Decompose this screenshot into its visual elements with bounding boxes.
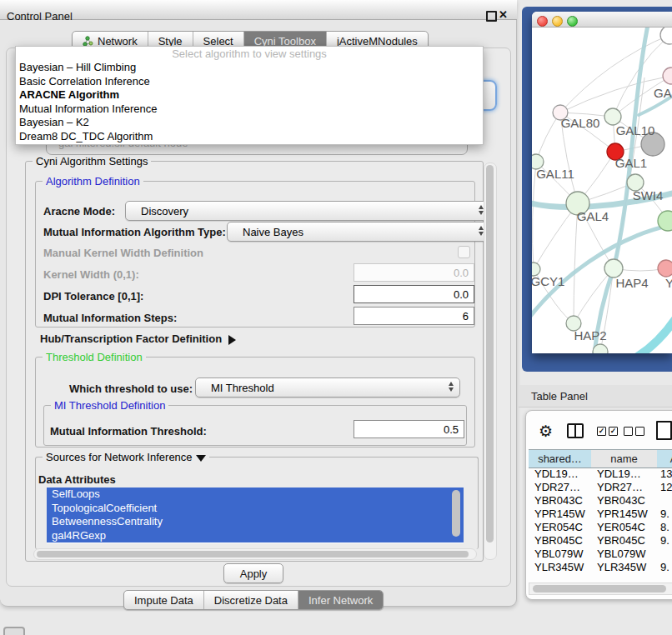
expanded-arrow-icon bbox=[196, 455, 206, 462]
network-node-gal10[interactable] bbox=[604, 108, 621, 125]
node-label-gal80: GAL80 bbox=[561, 116, 600, 130]
dpi-tolerance-field[interactable]: 0.0 bbox=[354, 285, 474, 303]
table-row[interactable]: YDL19…YDL19…13 bbox=[529, 468, 672, 481]
table-row[interactable]: YDR27…YDR27…12 bbox=[529, 481, 672, 494]
network-icon bbox=[83, 36, 93, 47]
node-label-gal4: GAL4 bbox=[577, 209, 609, 223]
mi-threshold-value: 0.5 bbox=[444, 423, 459, 436]
settings-horizontal-scrollbar-thumb[interactable] bbox=[37, 551, 469, 558]
close-panel-icon[interactable]: ✕ bbox=[499, 8, 508, 21]
table-cell: YIL052C bbox=[534, 574, 577, 576]
network-node-hap4[interactable] bbox=[604, 259, 623, 278]
control-panel-titlebar bbox=[0, 0, 517, 20]
zoom-window-icon[interactable] bbox=[567, 16, 578, 27]
unchecked-checkbox-icon[interactable] bbox=[635, 427, 644, 436]
table-row[interactable]: YPR145WYPR145W9. bbox=[529, 508, 672, 521]
table-cell: YBR045C bbox=[597, 534, 645, 547]
column-header-shared[interactable]: shared… bbox=[529, 449, 592, 468]
dropdown-item-dream8-dc-tdc-algorithm[interactable]: Dream8 DC_TDC Algorithm bbox=[16, 130, 483, 144]
mi-type-combo[interactable]: Naive Bayes bbox=[227, 222, 490, 242]
aracne-mode-combo[interactable]: Discovery bbox=[125, 201, 490, 221]
node-label-gcy1: GCY1 bbox=[532, 274, 564, 288]
table-horizontal-scrollbar[interactable] bbox=[529, 582, 672, 595]
apply-button[interactable]: Apply bbox=[223, 563, 283, 583]
which-threshold-combo[interactable]: MI Threshold bbox=[195, 378, 460, 398]
document-icon[interactable] bbox=[656, 421, 672, 440]
table-row[interactable]: YBR045CYBR045C9. bbox=[529, 534, 672, 548]
mi-type-label: Mutual Information Algorithm Type: bbox=[43, 226, 226, 238]
attribute-item-selfloops[interactable]: SelfLoops bbox=[47, 488, 464, 502]
mi-steps-field[interactable]: 6 bbox=[354, 307, 474, 325]
tab-impute-data[interactable]: Impute Data bbox=[124, 591, 203, 609]
sources-legend-text: Sources for Network Inference bbox=[46, 451, 193, 463]
combo-stepper-icon bbox=[449, 382, 454, 392]
node-label-swi4: SWI4 bbox=[633, 188, 664, 202]
attributes-list-scrollbar[interactable] bbox=[452, 490, 460, 537]
algorithm-dropdown-items: Bayesian – Hill ClimbingBasic Correlatio… bbox=[16, 61, 483, 144]
table-cell: YLR345W bbox=[534, 561, 584, 573]
control-panel-title: Control Panel bbox=[7, 10, 73, 22]
checked-checkbox-icon[interactable]: ✓ bbox=[597, 427, 606, 436]
table-row[interactable]: YBL079WYBL079W bbox=[529, 548, 672, 561]
table-cell: 13 bbox=[660, 468, 672, 480]
node-label-gal: GAL bbox=[654, 86, 672, 100]
tab-infer-network[interactable]: Infer Network bbox=[298, 591, 383, 609]
table-cell: 9. bbox=[660, 561, 669, 573]
table-cell: YBR043C bbox=[534, 494, 583, 507]
table-cell: YER054C bbox=[597, 521, 645, 533]
table-horizontal-scrollbar-thumb[interactable] bbox=[533, 585, 666, 592]
table-row[interactable]: YER054CYER054C8. bbox=[529, 521, 672, 534]
bottom-tabs: Impute DataDiscretize DataInfer Network bbox=[123, 590, 384, 610]
tab-discretize-data[interactable]: Discretize Data bbox=[203, 591, 298, 609]
node-label-gal11: GAL11 bbox=[536, 167, 574, 181]
table-cell: YDR27… bbox=[597, 481, 643, 493]
dpi-tolerance-label: DPI Tolerance [0,1]: bbox=[43, 290, 143, 302]
split-columns-icon[interactable] bbox=[567, 423, 584, 438]
node-label-y: Y bbox=[665, 276, 672, 290]
attribute-item-gal4rgexp[interactable]: gal4RGexp bbox=[47, 529, 464, 543]
float-panel-icon[interactable] bbox=[486, 11, 497, 22]
checked-checkbox-icon[interactable]: ✓ bbox=[609, 427, 618, 436]
unchecked-checkbox-icon[interactable] bbox=[624, 427, 633, 436]
dropdown-item-mutual-information-inference[interactable]: Mutual Information Inference bbox=[16, 102, 483, 117]
dropdown-item-bayesian-k2[interactable]: Bayesian – K2 bbox=[16, 116, 483, 130]
minimize-window-icon[interactable] bbox=[552, 16, 563, 27]
node-label-hap4: HAP4 bbox=[615, 276, 648, 290]
dropdown-item-bayesian-hill-climbing[interactable]: Bayesian – Hill Climbing bbox=[16, 61, 483, 75]
sources-legend[interactable]: Sources for Network Inference bbox=[43, 451, 209, 463]
mi-threshold-field[interactable]: 0.5 bbox=[354, 420, 464, 438]
table-row[interactable]: YBR043CYBR043C bbox=[529, 494, 672, 508]
mi-type-value: Naive Bayes bbox=[243, 226, 303, 238]
tab-label: Impute Data bbox=[134, 594, 193, 607]
table-row[interactable]: YLR345WYLR345W9. bbox=[529, 561, 672, 574]
attribute-item-topologicalcoefficient[interactable]: TopologicalCoefficient bbox=[47, 502, 464, 516]
network-canvas[interactable]: GAL80GAL10GAL1GAL11SWI4GAL4GCY1HAP4HAP2G… bbox=[532, 28, 672, 353]
table-body: YDL19…YDL19…13YDR27…YDR27…12YBR043CYBR04… bbox=[529, 468, 672, 576]
hub-definition-label: Hub/Transcription Factor Definition bbox=[40, 332, 222, 345]
network-window: GAL80GAL10GAL1GAL11SWI4GAL4GCY1HAP4HAP2G… bbox=[532, 12, 672, 353]
table-row[interactable]: YIL052CYIL052C9 bbox=[529, 574, 672, 576]
network-node-node-green-right[interactable] bbox=[658, 211, 672, 231]
mi-threshold-label: Mutual Information Threshold: bbox=[50, 425, 207, 438]
gear-icon[interactable]: ⚙ bbox=[539, 423, 553, 439]
settings-horizontal-scrollbar[interactable] bbox=[33, 548, 477, 560]
tab-label: Discretize Data bbox=[214, 594, 288, 607]
dpi-tolerance-value: 0.0 bbox=[454, 288, 469, 301]
dropdown-item-aracne-algorithm[interactable]: ARACNE Algorithm bbox=[16, 88, 483, 102]
table-cell: 9. bbox=[660, 508, 669, 520]
close-window-icon[interactable] bbox=[537, 16, 548, 27]
network-window-titlebar[interactable] bbox=[532, 12, 672, 28]
column-header-name[interactable]: name bbox=[591, 449, 658, 468]
network-node-node-pink-top[interactable] bbox=[663, 68, 672, 84]
settings-vertical-scrollbar[interactable] bbox=[484, 162, 497, 560]
dock-icon[interactable] bbox=[3, 627, 25, 635]
dropdown-item-basic-correlation-inference[interactable]: Basic Correlation Inference bbox=[16, 75, 483, 89]
column-header-a[interactable]: A bbox=[657, 449, 672, 468]
hub-definition-toggle[interactable]: Hub/Transcription Factor Definition bbox=[40, 332, 236, 345]
settings-vertical-scrollbar-thumb[interactable] bbox=[486, 165, 494, 542]
aracne-mode-label: Aracne Mode: bbox=[43, 205, 115, 218]
attribute-item-betweennesscentrality[interactable]: BetweennessCentrality bbox=[47, 515, 464, 529]
manual-kernel-checkbox bbox=[458, 246, 470, 258]
network-node-node-pink-right[interactable] bbox=[658, 260, 672, 277]
kernel-width-label: Kernel Width (0,1): bbox=[43, 268, 139, 281]
